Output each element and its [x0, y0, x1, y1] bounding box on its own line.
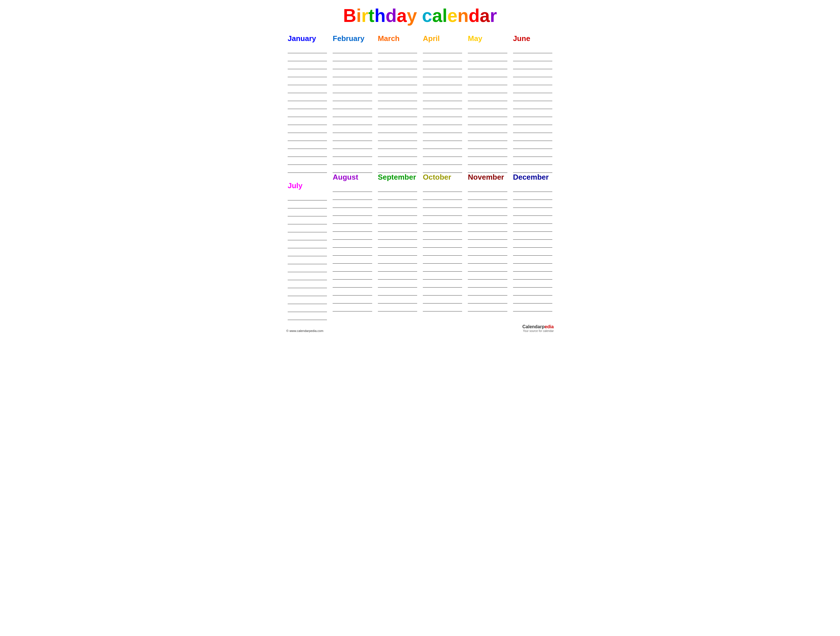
line [513, 133, 552, 141]
line [333, 141, 372, 149]
line [513, 157, 552, 165]
line [333, 216, 372, 224]
line [333, 224, 372, 232]
line [288, 149, 327, 157]
line [333, 280, 372, 288]
line [513, 216, 552, 224]
line [288, 193, 327, 201]
line [423, 125, 462, 133]
line [333, 256, 372, 264]
line [333, 272, 372, 280]
line [468, 208, 507, 216]
line [378, 69, 417, 77]
line [423, 53, 462, 61]
month-lines-january [288, 45, 327, 173]
line [288, 53, 327, 61]
line [378, 232, 417, 240]
line [468, 304, 507, 312]
line [378, 109, 417, 117]
line [378, 157, 417, 165]
line [468, 141, 507, 149]
line [378, 93, 417, 101]
line [378, 296, 417, 304]
line [423, 192, 462, 200]
month-name-september: September [378, 173, 417, 182]
line [468, 109, 507, 117]
month-lines-september [378, 184, 417, 312]
month-name-november: November [468, 173, 507, 182]
line [513, 165, 552, 173]
line [513, 184, 552, 192]
line [333, 240, 372, 248]
page-title: Birthday calendar [286, 6, 554, 25]
month-september: September [376, 173, 418, 320]
line [333, 93, 372, 101]
line [378, 200, 417, 208]
line [513, 77, 552, 85]
line [333, 208, 372, 216]
line [513, 149, 552, 157]
line [378, 264, 417, 272]
month-name-july: July [288, 181, 327, 190]
line [423, 224, 462, 232]
line [288, 232, 327, 240]
month-lines-august [333, 184, 372, 312]
line [468, 288, 507, 296]
line [378, 141, 417, 149]
month-name-december: December [513, 173, 552, 182]
line [378, 248, 417, 256]
line [513, 248, 552, 256]
line [468, 248, 507, 256]
line [378, 288, 417, 296]
line [288, 209, 327, 216]
line [378, 240, 417, 248]
line [513, 93, 552, 101]
line [468, 200, 507, 208]
month-october: October [422, 173, 464, 320]
line [288, 109, 327, 117]
line [423, 288, 462, 296]
line [513, 296, 552, 304]
line [513, 208, 552, 216]
line [468, 133, 507, 141]
line [468, 117, 507, 125]
line [423, 304, 462, 312]
line [288, 288, 327, 296]
month-lines-june [513, 45, 552, 173]
line [423, 141, 462, 149]
line [513, 141, 552, 149]
line [333, 77, 372, 85]
line [288, 264, 327, 272]
line [423, 232, 462, 240]
month-name-june: June [513, 34, 552, 43]
month-may: May [466, 34, 508, 173]
line [468, 280, 507, 288]
month-december: December [512, 173, 554, 320]
line [288, 304, 327, 312]
footer-brand: Calendarpedia Your source for calendar [523, 324, 554, 332]
line [288, 117, 327, 125]
line [378, 304, 417, 312]
line [513, 109, 552, 117]
line [333, 117, 372, 125]
line [288, 101, 327, 109]
line [468, 45, 507, 53]
line [468, 69, 507, 77]
month-lines-march [378, 45, 417, 173]
line [333, 296, 372, 304]
line [513, 288, 552, 296]
line [333, 45, 372, 53]
line [333, 264, 372, 272]
line [513, 69, 552, 77]
line [468, 93, 507, 101]
line [288, 77, 327, 85]
line [423, 264, 462, 272]
month-name-march: March [378, 34, 417, 43]
line [468, 157, 507, 165]
line [288, 224, 327, 232]
line [288, 69, 327, 77]
line [468, 264, 507, 272]
line [378, 101, 417, 109]
line [378, 216, 417, 224]
line [378, 256, 417, 264]
